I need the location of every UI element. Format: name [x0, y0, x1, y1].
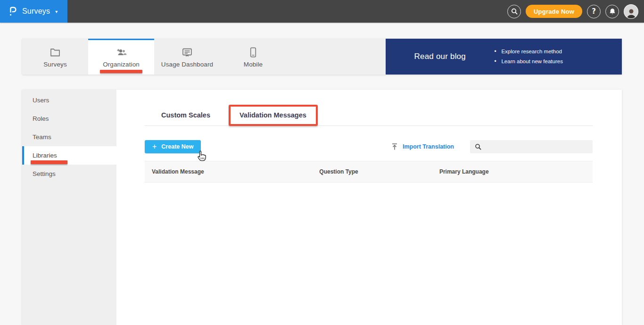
sidebar-item-label: Roles [33, 115, 49, 122]
banner-title: Read our blog [386, 52, 494, 61]
annotation-underline-organization [100, 70, 142, 73]
avatar-person-icon [626, 7, 637, 18]
nav-tab-label: Surveys [43, 61, 66, 68]
table-header-row: Validation Message Question Type Primary… [145, 161, 593, 183]
nav-tab-strip: Surveys Organization Usage Dashboard Mob… [22, 39, 386, 75]
blog-banner[interactable]: Read our blog Explore research method Le… [386, 39, 622, 75]
toolbar: + Create New Import Translation [145, 140, 593, 153]
create-new-button[interactable]: + Create New [145, 140, 201, 153]
banner-bullet-list: Explore research method Learn about new … [494, 47, 562, 67]
content-tab-strip: Custom Scales Validation Messages [145, 108, 593, 126]
main-panel: Users Roles Teams Libraries Settings Cus… [22, 90, 622, 325]
import-translation-label: Import Translation [403, 143, 454, 150]
search-icon [475, 143, 481, 150]
sidebar-item-label: Libraries [33, 152, 57, 159]
content-area: Custom Scales Validation Messages + Crea… [116, 90, 622, 325]
sidebar-item-label: Settings [33, 170, 56, 177]
upgrade-now-button[interactable]: Upgrade Now [526, 5, 582, 18]
table-search-input[interactable] [485, 143, 588, 150]
smartphone-icon [249, 47, 257, 58]
nav-tab-label: Organization [103, 61, 140, 68]
tab-custom-scales[interactable]: Custom Scales [157, 108, 215, 126]
banner-bullet: Learn about new features [494, 57, 562, 67]
column-header-question-type: Question Type [312, 168, 432, 175]
tab-label: Validation Messages [239, 111, 306, 119]
table-search-box[interactable] [470, 140, 593, 153]
help-button[interactable]: ? [587, 5, 601, 18]
column-header-validation-message: Validation Message [145, 168, 312, 175]
import-upload-icon [391, 143, 398, 150]
tab-validation-messages[interactable]: Validation Messages [235, 108, 311, 126]
notifications-button[interactable] [605, 5, 619, 18]
nav-tab-usage-dashboard[interactable]: Usage Dashboard [154, 39, 220, 75]
chevron-down-icon: ▾ [55, 9, 58, 14]
import-translation-link[interactable]: Import Translation [391, 143, 454, 150]
dashboard-icon [181, 47, 193, 58]
help-icon: ? [592, 7, 596, 16]
folder-icon [50, 47, 61, 58]
annotation-underline-libraries [31, 160, 67, 164]
product-menu-label: Surveys [22, 7, 50, 16]
search-icon [511, 8, 518, 15]
user-avatar[interactable] [624, 4, 638, 19]
nav-tab-mobile[interactable]: Mobile [220, 39, 286, 75]
bell-icon [609, 8, 616, 15]
nav-tab-label: Mobile [244, 61, 263, 68]
nav-tab-surveys[interactable]: Surveys [22, 39, 88, 75]
sidebar-item-roles[interactable]: Roles [22, 109, 116, 128]
sidebar: Users Roles Teams Libraries Settings [22, 90, 116, 325]
nav-tab-label: Usage Dashboard [161, 61, 213, 68]
topbar: Surveys ▾ Upgrade Now ? [0, 0, 644, 23]
nav-tab-organization[interactable]: Organization [88, 39, 154, 75]
banner-bullet: Explore research method [494, 47, 562, 57]
add-people-icon [115, 47, 127, 58]
questionpro-logo-icon [8, 5, 18, 17]
sidebar-item-users[interactable]: Users [22, 91, 116, 109]
sidebar-item-libraries[interactable]: Libraries [22, 146, 116, 165]
sidebar-item-settings[interactable]: Settings [22, 165, 116, 183]
global-search-button[interactable] [507, 5, 521, 18]
primary-nav: Surveys Organization Usage Dashboard Mob… [22, 39, 622, 75]
sidebar-item-label: Users [33, 97, 49, 104]
plus-icon: + [152, 143, 157, 150]
sidebar-item-label: Teams [33, 133, 51, 141]
product-switcher[interactable]: Surveys ▾ [0, 0, 67, 23]
column-header-primary-language: Primary Language [432, 168, 593, 175]
sidebar-item-teams[interactable]: Teams [22, 128, 116, 146]
create-new-label: Create New [161, 143, 193, 150]
